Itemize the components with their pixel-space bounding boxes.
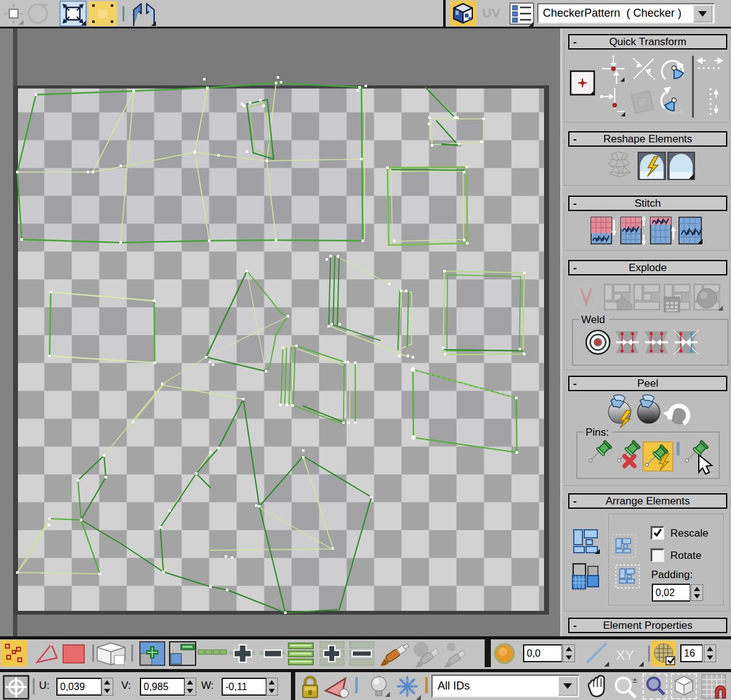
svg-text:±: ± [633,675,637,685]
svg-text:Pins:: Pins: [586,426,609,438]
svg-text:XY: XY [616,647,634,663]
svg-text:Weld: Weld [581,314,605,326]
